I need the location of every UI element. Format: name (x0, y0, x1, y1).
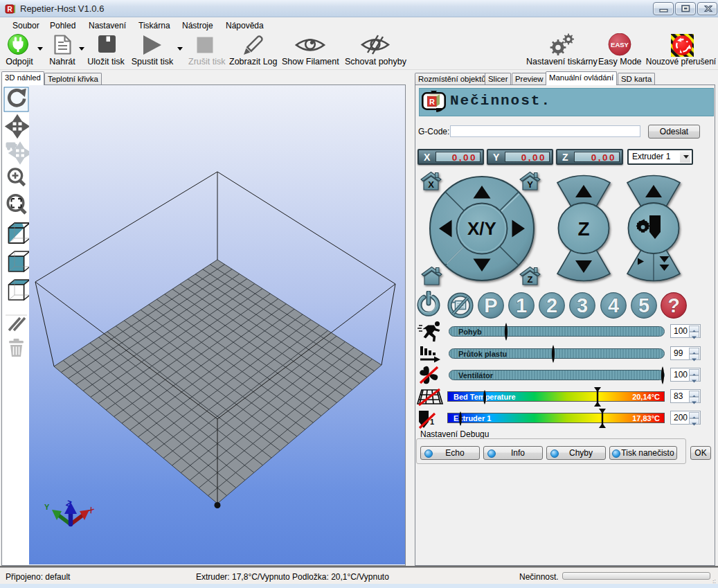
svg-text:Y: Y (527, 179, 533, 190)
svg-text:Y: Y (44, 503, 50, 511)
svg-text:1: 1 (516, 294, 527, 317)
svg-text:4: 4 (608, 294, 619, 317)
svg-text:Z: Z (577, 218, 589, 240)
svg-text:X/Y: X/Y (467, 218, 496, 239)
svg-text:EASY: EASY (611, 41, 629, 48)
svg-text:2: 2 (546, 294, 557, 317)
svg-text:?: ? (667, 294, 680, 317)
svg-text:3: 3 (577, 294, 588, 317)
svg-text:5: 5 (638, 294, 649, 317)
svg-text:R: R (429, 98, 435, 106)
svg-text:P: P (484, 294, 497, 317)
svg-text:R: R (7, 6, 12, 13)
svg-text:X: X (428, 179, 434, 190)
svg-text:Z: Z (528, 274, 533, 285)
